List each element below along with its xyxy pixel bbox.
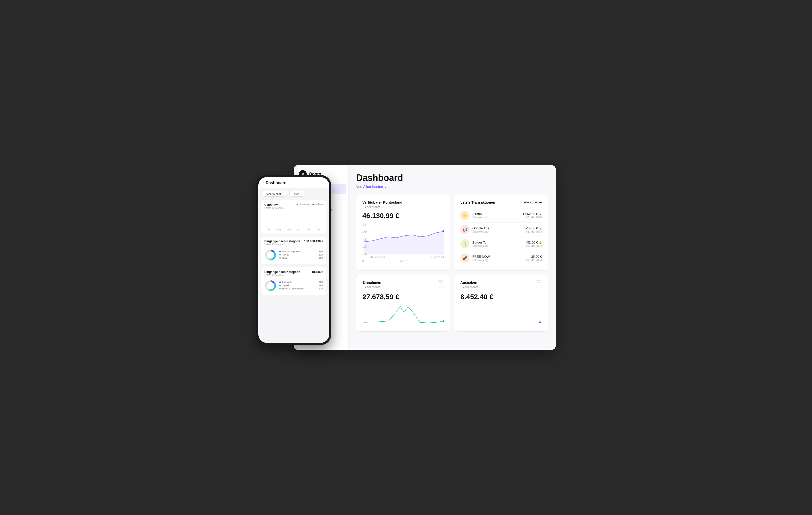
avatar-airbnb: ⭐ [460, 211, 469, 220]
table-row: 🚀 FREE NOW Überweisung -35,00 € 01. Mai … [460, 251, 542, 265]
svg-point-10 [443, 320, 444, 322]
account-selector[interactable]: Allen Konten ⌄ [363, 185, 387, 189]
einnahmen-card: Einnahmen Dieser Monat ⌄ ☰ 27.678,59 € 5… [356, 275, 450, 332]
table-row: 📢 Google Ads Überweisung -14,00 € 🔒 05. … [460, 222, 542, 237]
table-row: 🍴 Burger Turm Überweisung -32,00 € 🔒 01.… [460, 237, 542, 251]
main-content: Dashboard Von Allen Konten ⌄ Verfügbarer… [349, 165, 556, 350]
einnahmen-filter-button[interactable]: ☰ [437, 280, 444, 288]
transactions-header: Letzte Transaktionen Alle anzeigen [460, 200, 542, 205]
einnahmen-chart: 50K 40K 30K [362, 305, 444, 326]
transaction-info-google: Google Ads Überweisung [472, 226, 526, 233]
mobile-phone: ‹ Dashboard Dieser Monat ⌄ Filter ⌄ [256, 175, 331, 345]
top-cards: Verfügbarer Kontostand Dieser Monat ⌄ 46… [356, 195, 548, 271]
phone-filters: Dieser Monat ⌄ Filter ⌄ [261, 191, 326, 197]
phone-screen: ‹ Dashboard Dieser Monat ⌄ Filter ⌄ [258, 177, 329, 343]
einnahmen-amount: 27.678,59 € [362, 293, 444, 301]
eingaenge-kategorie-2-section: Eingänge nach Kategorie Letzte 12 Monate… [261, 267, 326, 295]
phone-header: ‹ Dashboard [258, 177, 329, 188]
lock-icon: 🔒 [539, 227, 542, 229]
phone-back-button[interactable]: ‹ [262, 181, 264, 185]
phone-title: Dashboard [266, 181, 287, 185]
page-subtitle: Von Allen Konten ⌄ [356, 185, 548, 189]
cashflow-legend: Einnahmen Outflows [296, 203, 323, 206]
kontostand-chart: 50K 40K 30K 20K 10K 0 [362, 224, 444, 263]
chart-watermark: Qonto [362, 260, 444, 263]
phone-period-filter[interactable]: Dieser Monat ⌄ [261, 191, 287, 197]
cashflow-section: Cashflow Letzte 12 Monate Einnahmen Outf… [261, 200, 326, 234]
avatar-google: 📢 [460, 225, 469, 234]
avatar-burger: 🍴 [460, 239, 469, 248]
lock-icon: 🔒 [539, 241, 542, 244]
avatar-freenow: 🚀 [460, 253, 469, 263]
alle-anzeigen-button[interactable]: Alle anzeigen [524, 200, 542, 204]
kontostand-card: Verfügbarer Kontostand Dieser Monat ⌄ 46… [356, 195, 450, 271]
lock-icon: 🔒 [539, 213, 542, 215]
ausgaben-chart: 50K 40K 30K [460, 305, 542, 326]
transactions-card: Letzte Transaktionen Alle anzeigen ⭐ Air… [454, 195, 548, 271]
ausgaben-title: Ausgaben [460, 280, 482, 284]
desktop-app: ✕ Qonto ⌄ 🏠 Dashboard ✉ Aufgaben 🏛 Gesch… [294, 165, 556, 350]
svg-point-14 [539, 321, 541, 323]
ausgaben-period[interactable]: Dieser Monat ⌄ [460, 286, 482, 289]
transaction-info-burger: Burger Turm Überweisung [472, 241, 526, 247]
chart-y-labels: 50K 40K 30K 20K 10K 0 [362, 224, 367, 263]
page-title: Dashboard [356, 173, 548, 183]
kontostand-title: Verfügbarer Kontostand [362, 200, 444, 205]
donut-1: Amazon payments 37% PayPal 29% [264, 249, 323, 261]
kontostand-period[interactable]: Dieser Monat ⌄ [362, 205, 444, 209]
ausgaben-card: Ausgaben Dieser Monat ⌄ ☰ 8.452,40 € 50K [454, 275, 548, 332]
transactions-title: Letzte Transaktionen [460, 200, 495, 205]
table-row: ⭐ Airbnb Überweisung -1.562,00 € 🔒 05. M… [460, 208, 542, 222]
phone-content: Dieser Monat ⌄ Filter ⌄ Cashflow Letzte … [258, 188, 329, 343]
transaction-info-freenow: FREE NOW Überweisung [472, 255, 526, 262]
kontostand-amount: 46.130,99 € [362, 212, 444, 220]
cashflow-x-labels: Jul Aug Sep Oct Nov Dec [264, 228, 323, 231]
von-label: Von [356, 185, 362, 189]
einnahmen-title: Einnahmen [362, 280, 383, 284]
transaction-info-airbnb: Airbnb Überweisung [472, 212, 521, 219]
einnahmen-period[interactable]: Dieser Monat ⌄ [362, 286, 383, 289]
chart-x-labels: 01. Mai 2024 17. Mai 2024 [370, 256, 444, 259]
phone-filter-button[interactable]: Filter ⌄ [289, 191, 305, 197]
ausgaben-filter-button[interactable]: ☰ [535, 280, 542, 288]
bottom-cards: Einnahmen Dieser Monat ⌄ ☰ 27.678,59 € 5… [356, 275, 548, 332]
eingaenge-kategorie-1-section: Eingänge nach Kategorie Letzte 12 Monate… [261, 237, 326, 264]
cashflow-bar-chart [264, 212, 323, 227]
ausgaben-amount: 8.452,40 € [460, 293, 542, 301]
donut-2: Tankstelle 37% Logistik 29% [264, 279, 323, 292]
